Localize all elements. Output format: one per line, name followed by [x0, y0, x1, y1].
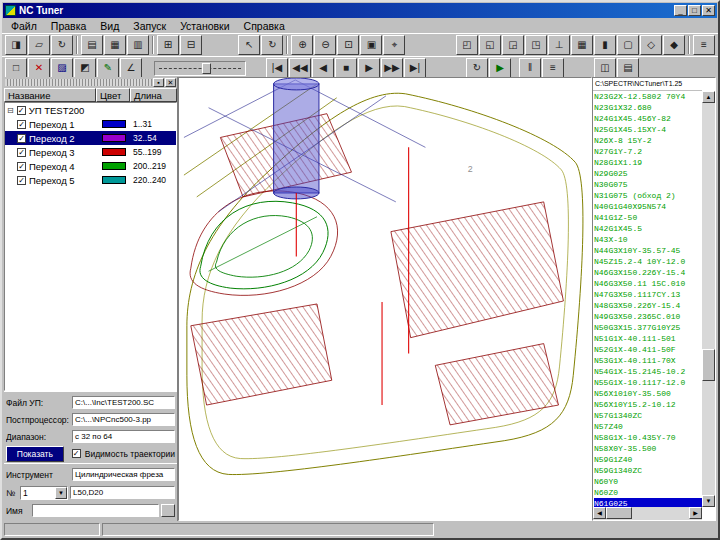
fast-forward-button[interactable]: ▶▶: [381, 58, 403, 78]
panel-close-icon[interactable]: ✕: [165, 78, 176, 87]
show-tool-button[interactable]: ▮: [594, 35, 616, 55]
vertical-scroll-thumb[interactable]: [702, 349, 715, 381]
transition-row[interactable]: ✓Переход 4200..219: [5, 159, 176, 173]
gcode-line[interactable]: N41G1Z-50: [594, 212, 702, 223]
trajectory-visibility-checkbox[interactable]: ✓: [72, 449, 81, 458]
step-backward-button[interactable]: ◀: [312, 58, 334, 78]
transition-row[interactable]: ✓Переход 232..54: [5, 131, 176, 145]
show-transitions-tree-button[interactable]: ▤: [81, 35, 103, 55]
go-first-frame-button[interactable]: |◀: [266, 58, 288, 78]
view-top-button[interactable]: ◰: [456, 35, 478, 55]
edit-colors-button[interactable]: ◩: [74, 58, 96, 78]
new-fragment-button[interactable]: □: [5, 58, 27, 78]
zoom-window-button[interactable]: ⊡: [337, 35, 359, 55]
show-axes-button[interactable]: ⊥: [548, 35, 570, 55]
rotate-view-button[interactable]: ↻: [261, 35, 283, 55]
gcode-line[interactable]: N58G1X-10.435Y-70: [594, 432, 702, 443]
gcode-horizontal-scrollbar[interactable]: ◀ ▶: [593, 507, 702, 520]
maximize-button[interactable]: □: [688, 5, 701, 16]
gcode-line[interactable]: N51G1X-40.111-501: [594, 333, 702, 344]
visibility-checkbox[interactable]: ✓: [17, 148, 26, 157]
gcode-line[interactable]: N45Z15.2-4 10Y-12.0: [594, 256, 702, 267]
chevron-down-icon[interactable]: ▼: [55, 487, 67, 499]
gcode-line[interactable]: N58X0Y-35.500: [594, 443, 702, 454]
gcode-line[interactable]: N54G1X-15.2145-10.2: [594, 366, 702, 377]
trace-speed-slider[interactable]: [154, 61, 246, 76]
menu-view[interactable]: Вид: [93, 20, 126, 32]
tool-name-browse-button[interactable]: [161, 504, 175, 517]
gcode-line[interactable]: N29G025: [594, 168, 702, 179]
delete-fragment-button[interactable]: ✕: [28, 58, 50, 78]
wireframe-mode-button[interactable]: ◇: [640, 35, 662, 55]
panel-pin-icon[interactable]: ▪: [153, 78, 164, 87]
view-front-button[interactable]: ◱: [479, 35, 501, 55]
minimize-button[interactable]: _: [674, 5, 687, 16]
zoom-in-button[interactable]: ⊕: [291, 35, 313, 55]
show-workpiece-button[interactable]: ▢: [617, 35, 639, 55]
loop-playback-button[interactable]: ↻: [466, 58, 488, 78]
step-forward-button[interactable]: ▶: [358, 58, 380, 78]
pause-simulation-button[interactable]: ‖: [519, 58, 541, 78]
horizontal-scroll-thumb[interactable]: [606, 507, 632, 519]
gcode-line[interactable]: N57Z40: [594, 421, 702, 432]
apply-button[interactable]: Показать: [6, 446, 64, 462]
pan-view-button[interactable]: ⌖: [383, 35, 405, 55]
tree-collapse-icon[interactable]: ⊟: [7, 106, 14, 115]
scroll-track[interactable]: [632, 507, 689, 520]
scroll-down-icon[interactable]: ▼: [702, 495, 715, 507]
fragment-colors-button[interactable]: ▨: [51, 58, 73, 78]
stop-playback-button[interactable]: ■: [335, 58, 357, 78]
measure-tool-button[interactable]: ∠: [120, 58, 142, 78]
gcode-line[interactable]: N52G1X-40.411-50F: [594, 344, 702, 355]
simulation-options-button[interactable]: ≡: [542, 58, 564, 78]
go-last-frame-button[interactable]: ▶|: [404, 58, 426, 78]
gcode-line[interactable]: N48G3X50.226Y-15.4: [594, 300, 702, 311]
close-button[interactable]: ✕: [702, 5, 715, 16]
show-frames-table-button[interactable]: ▦: [104, 35, 126, 55]
gcode-line[interactable]: N23G1X32.680: [594, 102, 702, 113]
gcode-line[interactable]: N60Y0: [594, 476, 702, 487]
tool-name-field[interactable]: [32, 504, 159, 517]
column-header-color[interactable]: Цвет: [96, 88, 130, 102]
report-button[interactable]: ▤: [617, 58, 639, 78]
gcode-line[interactable]: N23G2X-12.5802 70Y4: [594, 91, 702, 102]
gcode-line[interactable]: N47G3X50.1117CY.13: [594, 289, 702, 300]
visibility-checkbox[interactable]: ✓: [17, 162, 26, 171]
transition-row[interactable]: ✓Переход 5220..240: [5, 173, 176, 187]
select-cursor-button[interactable]: ↖: [238, 35, 260, 55]
gcode-line[interactable]: N42G1X45.5: [594, 223, 702, 234]
shaded-mode-button[interactable]: ◆: [663, 35, 685, 55]
slider-thumb[interactable]: [202, 63, 211, 74]
gcode-line[interactable]: N53G1X-40.111-70X: [594, 355, 702, 366]
gcode-line[interactable]: N60Z0: [594, 487, 702, 498]
open-toolpath-button[interactable]: ▱: [28, 35, 50, 55]
scroll-up-icon[interactable]: ▲: [702, 91, 715, 103]
compare-result-button[interactable]: ◫: [594, 58, 616, 78]
gcode-line[interactable]: N27G1Y-7.2: [594, 146, 702, 157]
gcode-line[interactable]: N24G1X45.456Y-82: [594, 113, 702, 124]
reload-toolpath-button[interactable]: ↻: [51, 35, 73, 55]
zoom-fit-button[interactable]: ▣: [360, 35, 382, 55]
gcode-line[interactable]: N55G1X-10.1117-12.0: [594, 377, 702, 388]
run-simulation-button[interactable]: ▶: [489, 58, 511, 78]
gcode-line[interactable]: N31G075 (обход 2): [594, 190, 702, 201]
visibility-checkbox[interactable]: ✓: [17, 176, 26, 185]
column-header-name[interactable]: Название: [4, 88, 96, 102]
view-side-button[interactable]: ◲: [502, 35, 524, 55]
menu-edit[interactable]: Правка: [44, 20, 93, 32]
gcode-line[interactable]: N30G075: [594, 179, 702, 190]
gcode-line[interactable]: N44G3X10Y-35.57-45: [594, 245, 702, 256]
cad-viewport[interactable]: 2: [178, 77, 592, 521]
root-visibility-checkbox[interactable]: ✓: [17, 106, 26, 115]
gcode-line[interactable]: N40G1G40X95N574: [594, 201, 702, 212]
tool-number-combo[interactable]: 1 ▼: [20, 486, 68, 500]
gcode-vertical-scrollbar[interactable]: ▲ ▼: [702, 91, 715, 507]
view-settings-button[interactable]: ≡: [693, 35, 715, 55]
panel-grip[interactable]: ▪ ✕: [4, 77, 177, 88]
gcode-line[interactable]: N25G1X45.15XY-4: [594, 124, 702, 135]
view-isometric-button[interactable]: ◳: [525, 35, 547, 55]
visibility-checkbox[interactable]: ✓: [17, 120, 26, 129]
menu-options[interactable]: Установки: [173, 20, 236, 32]
gcode-line[interactable]: N61G025: [594, 498, 702, 507]
visibility-checkbox[interactable]: ✓: [17, 134, 26, 143]
